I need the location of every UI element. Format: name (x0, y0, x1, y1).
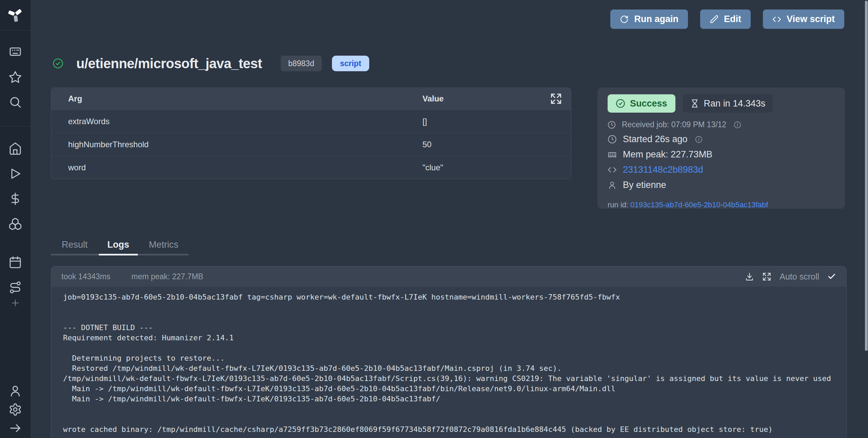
script-hash-row: 23131148c2b8983d (608, 165, 835, 175)
log-mem-peak-label: mem peak: 227.7MB (131, 272, 203, 281)
log-body[interactable]: job=0193c135-ab7d-60e5-2b10-04b5ac13fabf… (51, 287, 846, 435)
sidebar-divider (0, 30, 31, 31)
refresh-icon (620, 15, 629, 24)
arg-name: highNumberThreshold (51, 140, 422, 149)
started-row: Started 26s ago (608, 134, 835, 145)
args-table-header: Arg Value (51, 88, 571, 110)
favorites-star-icon[interactable] (8, 70, 22, 84)
run-again-label: Run again (634, 14, 678, 24)
circle-check-icon (616, 99, 625, 108)
search-icon[interactable] (8, 95, 22, 109)
received-job-row: Received job: 07:09 PM 13/12 (608, 120, 835, 129)
resources-boxes-icon[interactable] (8, 217, 22, 231)
page-scrollbar-thumb[interactable] (865, 1, 868, 351)
expand-sidebar-arrow-icon[interactable] (8, 421, 22, 435)
edit-label: Edit (724, 14, 741, 24)
home-icon[interactable] (8, 142, 22, 155)
log-panel: took 14343ms mem peak: 227.7MB Auto scro… (51, 266, 847, 438)
clock-icon (608, 135, 617, 144)
clock-icon (608, 121, 616, 129)
code-icon (772, 15, 781, 24)
runs-play-icon[interactable] (8, 167, 22, 180)
run-id-row: run id: 0193c135-ab7d-60e5-2b10-04b5ac13… (608, 201, 835, 209)
commit-hash-badge: b8983d (281, 56, 322, 71)
expand-log-icon[interactable] (762, 272, 771, 281)
run-id-link[interactable]: 0193c135-ab7d-60e5-2b10-04b5ac13fabf (630, 201, 768, 209)
autoscroll-label: Auto scroll (780, 272, 819, 282)
sidebar-divider (0, 126, 31, 127)
script-hash-link[interactable]: 23131148c2b8983d (623, 165, 703, 175)
memory-icon (608, 150, 617, 159)
started-label: Started 26s ago (623, 134, 688, 145)
value-column-header: Value (422, 94, 571, 103)
duration-chip: Ran in 14.343s (683, 94, 773, 113)
tab-metrics[interactable]: Metrics (149, 240, 178, 250)
user-icon (608, 180, 617, 190)
code-icon (608, 165, 617, 174)
arg-value: 50 (422, 140, 571, 149)
title-row: u/etienne/microsoft_java_test b8983d scr… (53, 54, 369, 73)
duration-label: Ran in 14.343s (704, 98, 766, 109)
schedules-calendar-icon[interactable] (8, 255, 22, 269)
tab-result[interactable]: Result (62, 240, 88, 250)
table-row: highNumberThreshold 50 (51, 133, 571, 156)
table-row: word "clue" (51, 156, 571, 179)
received-job-label: Received job: 07:09 PM 13/12 (622, 120, 726, 129)
expand-args-icon[interactable] (550, 93, 562, 105)
mem-peak-row: Mem peak: 227.73MB (608, 149, 835, 160)
mem-peak-label: Mem peak: 227.73MB (623, 149, 712, 160)
arg-column-header: Arg (51, 94, 422, 103)
view-script-label: View script (787, 14, 835, 24)
settings-gear-icon[interactable] (8, 403, 22, 416)
script-kind-badge: script (332, 56, 370, 71)
run-id-label: run id: (608, 201, 628, 209)
log-took-label: took 14343ms (61, 272, 110, 281)
hourglass-icon (690, 99, 699, 108)
usage-dollar-icon[interactable] (8, 192, 22, 206)
user-icon[interactable] (8, 384, 22, 398)
edit-button[interactable]: Edit (700, 9, 751, 29)
arg-value: [] (422, 117, 571, 126)
result-tabs: Result Logs Metrics (51, 240, 189, 255)
view-script-button[interactable]: View script (763, 9, 844, 29)
table-row: extraWords [] (51, 110, 571, 133)
routes-icon[interactable] (8, 281, 22, 294)
run-again-button[interactable]: Run again (610, 9, 688, 29)
pencil-icon (710, 15, 718, 24)
success-check-icon (53, 58, 63, 69)
by-user-row: By etienne (608, 180, 835, 190)
log-panel-header: took 14343ms mem peak: 227.7MB Auto scro… (51, 266, 846, 287)
header-actions: Run again Edit View script (610, 9, 844, 29)
status-label: Success (630, 98, 667, 109)
autoscroll-checkbox[interactable] (827, 272, 836, 281)
by-user-label: By etienne (623, 180, 666, 190)
tab-logs[interactable]: Logs (107, 240, 130, 250)
sidebar (0, 0, 31, 438)
add-icon[interactable] (10, 298, 20, 308)
info-icon[interactable] (734, 121, 741, 129)
arg-name: word (51, 163, 422, 172)
windmill-logo-icon[interactable] (7, 7, 23, 22)
download-log-icon[interactable] (745, 272, 754, 281)
args-table: Arg Value extraWords [] highNumberThresh… (51, 88, 571, 179)
workspace-keyboard-icon[interactable] (8, 45, 22, 59)
info-icon[interactable] (695, 136, 703, 143)
arg-name: extraWords (51, 117, 422, 126)
status-badge: Success (608, 94, 675, 113)
arg-value: "clue" (422, 163, 571, 172)
page-title: u/etienne/microsoft_java_test (76, 56, 262, 71)
log-output: job=0193c135-ab7d-60e5-2b10-04b5ac13fabf… (63, 292, 846, 435)
run-info-panel: Success Ran in 14.343s Received job: 07:… (597, 88, 845, 209)
